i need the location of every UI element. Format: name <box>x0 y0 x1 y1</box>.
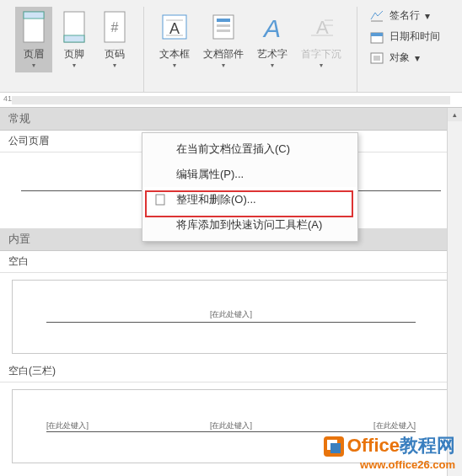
svg-text:#: # <box>111 20 119 35</box>
menu-insert-current[interactable]: 在当前文档位置插入(C) <box>142 136 357 162</box>
pagenum-icon: # <box>101 10 128 44</box>
svg-rect-24 <box>156 195 164 205</box>
dropdown-icon: ▾ <box>425 10 430 22</box>
dropcap-label: 首字下沉 <box>301 47 341 62</box>
textbox-icon: A <box>161 10 188 44</box>
textbox-button[interactable]: A 文本框 ▾ <box>154 7 195 72</box>
gallery-blank3-title: 空白(三栏) <box>0 361 462 382</box>
scroll-up-icon[interactable]: ▴ <box>448 108 462 121</box>
watermark-url: www.office26.com <box>324 458 455 471</box>
datetime-label: 日期和时间 <box>389 29 440 44</box>
preview-underline <box>46 431 416 432</box>
menu-editprops-label: 编辑属性(P)... <box>176 167 244 182</box>
gallery-blank-preview[interactable]: [在此处键入] <box>12 280 450 354</box>
svg-text:A: A <box>262 14 281 42</box>
watermark-logo-icon <box>324 436 344 457</box>
menu-addqat-label: 将库添加到快速访问工具栏(A) <box>176 217 322 233</box>
menu-edit-properties[interactable]: 编辑属性(P)... <box>142 162 357 187</box>
dropdown-icon: ▾ <box>415 52 420 64</box>
dropdown-icon: ▾ <box>222 62 225 69</box>
dropcap-icon: A <box>308 10 335 44</box>
dropdown-icon: ▾ <box>32 62 35 69</box>
document-icon <box>153 192 168 207</box>
gallery-blank-title: 空白 <box>0 251 462 273</box>
signature-label: 签名行 <box>389 8 420 23</box>
dropdown-icon: ▾ <box>271 62 274 69</box>
dropdown-icon: ▾ <box>113 62 116 69</box>
watermark: Office教程网 www.office26.com <box>324 433 455 471</box>
svg-rect-13 <box>217 29 230 32</box>
blank3-row: [在此处键入] [在此处键入] [在此处键入] <box>46 420 416 431</box>
svg-rect-21 <box>371 33 383 36</box>
parts-icon <box>210 10 237 44</box>
footer-button[interactable]: 页脚 ▾ <box>56 7 93 72</box>
footer-icon <box>61 10 88 44</box>
ribbon-group-insert: 签名行 ▾ 日期和时间 对象 ▾ <box>357 7 443 92</box>
object-label: 对象 <box>389 51 410 65</box>
menu-add-qat[interactable]: 将库添加到快速访问工具栏(A) <box>142 212 357 238</box>
blank-icon <box>153 167 168 182</box>
blank3-placeholder: [在此处键入] <box>46 420 89 431</box>
footer-label: 页脚 <box>64 47 84 62</box>
svg-rect-12 <box>217 24 230 27</box>
object-icon <box>369 51 384 65</box>
pagenum-label: 页码 <box>105 47 125 62</box>
blank3-placeholder: [在此处键入] <box>210 420 252 431</box>
header-label: 页眉 <box>24 47 44 62</box>
header-button[interactable]: 页眉 ▾ <box>15 7 52 72</box>
watermark-text-a: Office <box>347 435 400 456</box>
preview-underline <box>46 322 416 323</box>
object-button[interactable]: 对象 ▾ <box>366 49 443 67</box>
ruler: 41 <box>0 93 462 108</box>
datetime-button[interactable]: 日期和时间 <box>366 28 443 45</box>
context-menu: 在当前文档位置插入(C) 编辑属性(P)... 整理和删除(O)... 将库添加… <box>142 132 358 242</box>
wordart-label: 艺术字 <box>257 47 287 62</box>
svg-text:A: A <box>169 20 180 37</box>
blank3-placeholder: [在此处键入] <box>373 420 416 431</box>
gallery-section-general: 常规 <box>0 108 462 131</box>
watermark-line1: Office教程网 <box>324 433 455 458</box>
blank-icon <box>153 217 168 233</box>
parts-label: 文档部件 <box>203 47 244 62</box>
svg-rect-23 <box>373 56 380 61</box>
ribbon-toolbar: 页眉 ▾ 页脚 ▾ # 页码 ▾ A 文本框 ▾ 文档部件 ▾ A 艺术字 ▾ <box>0 0 462 93</box>
svg-rect-3 <box>64 35 84 42</box>
parts-button[interactable]: 文档部件 ▾ <box>198 7 249 72</box>
wordart-button[interactable]: A 艺术字 ▾ <box>252 7 293 72</box>
blank-placeholder: [在此处键入] <box>210 309 252 320</box>
ruler-bar <box>12 96 450 104</box>
textbox-label: 文本框 <box>159 47 190 62</box>
header-icon <box>20 10 47 44</box>
svg-rect-1 <box>24 12 44 19</box>
menu-organize-delete[interactable]: 整理和删除(O)... <box>142 187 357 212</box>
signature-icon <box>369 9 384 23</box>
scrollbar[interactable]: ▴ <box>447 108 462 476</box>
dropdown-icon: ▾ <box>320 62 323 69</box>
ruler-mark: 41 <box>3 94 12 103</box>
dropdown-icon: ▾ <box>173 62 176 69</box>
svg-rect-11 <box>217 19 230 22</box>
dropdown-icon: ▾ <box>73 62 76 69</box>
menu-organize-label: 整理和删除(O)... <box>176 192 256 207</box>
datetime-icon <box>369 30 384 44</box>
pagenum-button[interactable]: # 页码 ▾ <box>96 7 133 72</box>
ribbon-group-text: A 文本框 ▾ 文档部件 ▾ A 艺术字 ▾ A 首字下沉 ▾ <box>144 7 357 92</box>
dropcap-button[interactable]: A 首字下沉 ▾ <box>296 7 346 72</box>
blank-icon <box>153 142 168 157</box>
signature-button[interactable]: 签名行 ▾ <box>366 7 443 24</box>
watermark-text-b: 教程网 <box>400 435 455 456</box>
ribbon-group-headerfooter: 页眉 ▾ 页脚 ▾ # 页码 ▾ <box>15 7 144 92</box>
wordart-icon: A <box>259 10 286 44</box>
menu-insert-label: 在当前文档位置插入(C) <box>176 142 290 157</box>
